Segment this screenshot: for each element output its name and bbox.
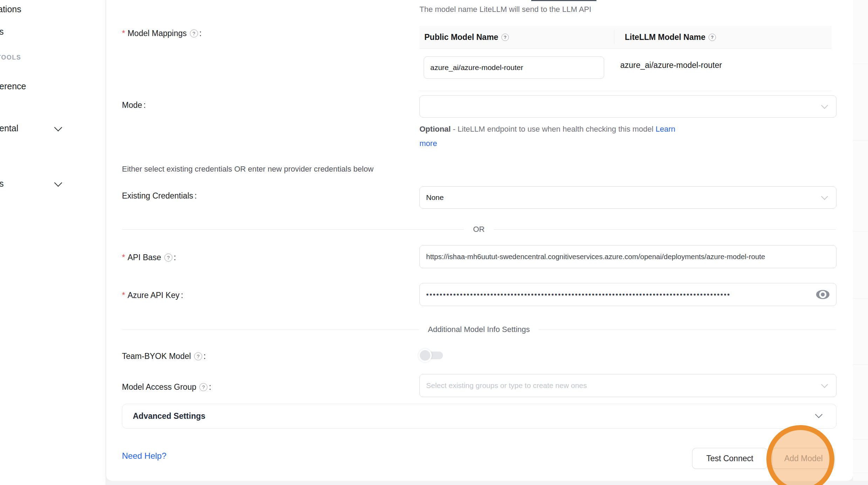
cut-off-element-above [531,0,596,1]
model-name-helper-text: The model name LiteLLM will send to the … [419,5,591,14]
help-icon[interactable]: ? [190,29,198,37]
team-byok-toggle[interactable] [418,349,445,362]
sidebar-item-truncated-2[interactable]: s [0,27,4,37]
model-access-group-label: Model Access Group ? : [122,382,211,392]
required-marker: * [122,29,125,38]
or-divider: OR [122,225,836,234]
sidebar-item-truncated-1[interactable]: ations [0,4,21,14]
model-mappings-label: * Model Mappings ? : [122,29,201,38]
existing-credentials-select[interactable]: None [419,186,836,209]
chevron-down-icon [821,102,828,109]
required-marker: * [122,291,125,300]
select-placeholder: Select existing groups or type to create… [420,381,593,390]
team-byok-label: Team-BYOK Model ? : [122,352,206,361]
sidebar-section-tools: TOOLS [0,54,21,61]
public-model-name-input[interactable]: azure_ai/azure-model-router [424,56,604,79]
model-mappings-table: Public Model Name ? LiteLLM Model Name ?… [419,26,832,91]
help-icon[interactable]: ? [709,34,716,41]
sidebar-item-truncated-4[interactable]: ental [0,123,18,133]
column-header-public-model-name: Public Model Name ? [419,33,614,42]
need-help-link[interactable]: Need Help? [122,451,166,461]
toggle-knob [418,349,432,362]
add-model-button[interactable]: Add Model [772,448,835,469]
chevron-down-icon [815,411,822,418]
api-base-label: * API Base ? : [122,253,176,262]
background-behind-panel [853,0,868,485]
advanced-settings-panel[interactable]: Advanced Settings [122,404,836,429]
test-connect-button[interactable]: Test Connect [692,448,767,469]
chevron-down-icon [821,193,828,200]
model-access-group-select[interactable]: Select existing groups or type to create… [419,374,836,397]
azure-api-key-input[interactable]: ••••••••••••••••••••••••••••••••••••••••… [419,283,836,306]
sidebar-item-truncated-3[interactable]: erence [0,81,26,91]
page-background [106,481,868,485]
mode-select[interactable] [419,95,836,118]
advanced-settings-title: Advanced Settings [133,411,205,421]
mode-hint-text: Optional - LiteLLM endpoint to use when … [419,122,710,151]
litellm-model-name-value: azure_ai/azure-model-router [620,61,722,70]
credentials-note: Either select existing credentials OR en… [122,165,374,174]
required-marker: * [122,253,125,262]
eye-icon[interactable] [815,289,831,300]
help-icon[interactable]: ? [199,383,207,391]
chevron-down-icon [821,381,828,388]
chevron-down-icon[interactable] [54,179,62,187]
existing-credentials-label: Existing Credentials: [122,191,197,201]
mode-label: Mode: [122,101,146,110]
table-row: azure_ai/azure-model-router azure_ai/azu… [419,49,832,91]
masked-api-key: ••••••••••••••••••••••••••••••••••••••••… [420,284,757,305]
additional-info-divider: Additional Model Info Settings [122,325,836,334]
chevron-down-icon[interactable] [54,124,62,132]
help-icon[interactable]: ? [164,254,172,262]
azure-api-key-label: * Azure API Key : [122,291,183,300]
sidebar: ations s TOOLS erence ental s [0,0,105,485]
sidebar-item-truncated-5[interactable]: s [0,179,4,189]
api-base-input[interactable]: https://ishaa-mh6uutut-swedencentral.cog… [419,245,836,268]
help-icon[interactable]: ? [501,34,509,41]
help-icon[interactable]: ? [194,352,202,360]
column-header-litellm-model-name: LiteLLM Model Name ? [614,30,832,44]
table-header-row: Public Model Name ? LiteLLM Model Name ? [419,26,832,49]
